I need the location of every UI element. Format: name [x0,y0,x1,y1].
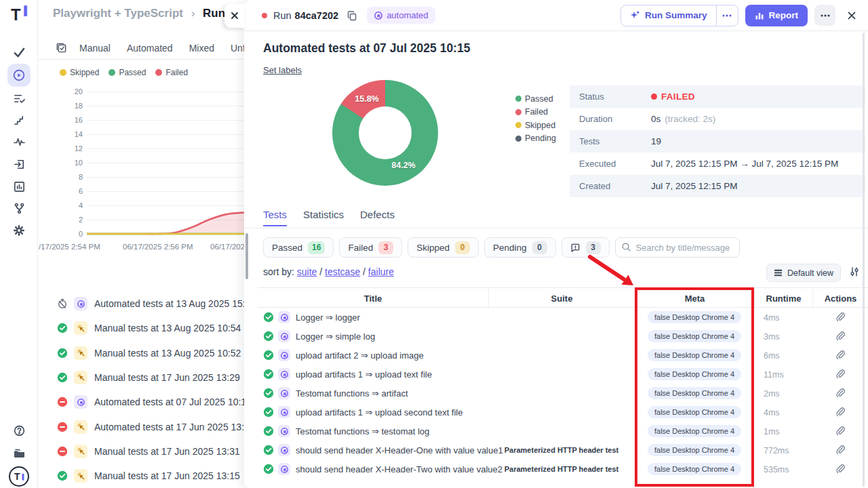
detail-scrollbar[interactable] [863,33,865,487]
test-actions [812,312,868,325]
passed-status-icon [263,464,274,474]
filter-chip-failed[interactable]: Failed3 [339,237,402,258]
sort-link-suite[interactable]: suite [297,266,317,277]
runs-tab-unfinished[interactable]: Unfinished [231,43,245,54]
run-list-item[interactable]: Manual tests at 13 Aug 2025 10:52from [38,344,245,363]
filter-chip-skipped[interactable]: Skipped0 [408,237,479,258]
runs-tab-manual[interactable]: Manual [79,43,111,54]
run-list-item[interactable]: Automated tests at 13 Aug 2025 15:53 [38,294,245,313]
test-row[interactable]: Logger ⇒ loggerfalse Desktop Chrome 44ms [258,308,868,327]
y-axis-tick: 6 [56,187,83,195]
run-list-item[interactable]: Manual tests at 17 Jun 2025 13:15from [38,466,245,485]
run-list-item[interactable]: Manual tests at 17 Jun 2025 13:31from [38,442,245,461]
test-plan-icon[interactable] [7,88,31,108]
run-summary-more-button[interactable] [716,5,738,26]
donut-legend-pending: Pending [515,132,556,146]
default-view-button[interactable]: Default view [766,264,841,282]
run-list-item[interactable]: Manual tests at 17 Jun 2025 13:29from [38,368,245,387]
test-row[interactable]: upload artifacts 1 ⇒ upload second text … [258,403,868,422]
analytics-icon[interactable] [7,176,31,197]
test-row[interactable]: Logger ⇒ simple logfalse Desktop Chrome … [258,327,868,346]
passed-dot [108,69,115,76]
set-labels-link[interactable]: Set labels [263,65,302,75]
filter-chip-pending[interactable]: Pending0 [484,237,556,258]
report-button[interactable]: Report [745,5,808,26]
attachment-icon[interactable] [835,426,846,436]
profile-avatar[interactable]: T▐ [7,466,31,487]
test-actions [812,388,868,401]
run-summary-split-button: Run Summary [620,5,738,26]
pulse-icon[interactable] [7,131,31,152]
attachment-icon[interactable] [835,312,846,322]
settings-icon[interactable] [7,220,31,241]
panel-close-button[interactable] [224,3,245,28]
tick-icon[interactable] [7,42,31,62]
column-header-meta[interactable]: Meta [635,288,754,308]
test-runtime: 1ms [764,427,780,436]
column-header-title[interactable]: Title [258,288,488,308]
runs-icon[interactable] [7,64,31,87]
run-item-title: Automated tests at 17 Jun 2025 13:30 [94,422,245,432]
column-header-actions[interactable]: Actions [812,288,868,308]
search-box [615,237,740,258]
copy-icon[interactable] [347,10,357,21]
more-actions-button[interactable] [814,5,835,26]
branches-icon[interactable] [7,198,31,218]
runs-list-panel: Playwright + TypeScript › Runs ManualAut… [38,0,245,488]
info-label: Created [570,181,651,191]
all-runs-icon[interactable] [56,42,67,54]
close-icon[interactable] [846,10,857,21]
y-axis-tick: 2 [56,216,83,224]
app-logo[interactable]: T▐ [0,5,38,24]
column-header-suite[interactable]: Suite [488,288,635,308]
attachment-icon[interactable] [835,369,846,379]
tests-table-header: TitleSuiteMetaRuntimeActions [258,287,868,308]
test-row[interactable]: Testomat functions ⇒ testomat logfalse D… [258,422,868,441]
runs-tab-automated[interactable]: Automated [127,43,173,54]
filter-chip-passed[interactable]: Passed16 [263,237,334,258]
info-label: Executed [570,159,651,169]
attachment-icon[interactable] [835,388,846,398]
automated-badge[interactable]: automated [367,7,435,24]
view-settings-icon[interactable] [849,266,860,277]
attachment-icon[interactable] [835,464,846,474]
test-row[interactable]: should send header X-Header-Two with val… [258,460,868,479]
test-row[interactable]: upload artifacts 1 ⇒ upload text filefal… [258,365,868,384]
attachment-icon[interactable] [835,445,846,455]
test-row[interactable]: upload artifact 2 ⇒ upload imagefalse De… [258,346,868,365]
automated-run-icon [278,349,290,361]
sort-link-testcase[interactable]: testcase [325,266,360,277]
sort-link-failure[interactable]: failure [368,266,394,277]
run-list-item[interactable]: Manual tests at 13 Aug 2025 10:542 [38,319,245,338]
runs-list-scrollbar[interactable] [245,233,248,279]
steps-icon[interactable] [7,110,31,130]
info-value: FAILED [651,92,695,102]
test-row[interactable]: should send header X-Header-One with val… [258,441,868,460]
test-row[interactable]: Testomat functions ⇒ artifactfalse Deskt… [258,384,868,403]
tab-tests[interactable]: Tests [263,209,287,226]
help-icon[interactable] [7,420,31,441]
search-input[interactable] [615,237,740,258]
automated-run-icon [278,463,290,475]
attachment-icon[interactable] [835,331,846,341]
test-meta: false Desktop Chrome 4 [635,310,754,323]
tab-statistics[interactable]: Statistics [303,209,344,225]
attachment-icon[interactable] [835,350,846,360]
attachment-icon[interactable] [835,407,846,417]
filter-chip-comment[interactable]: 3 [561,237,610,258]
tab-defects[interactable]: Defects [360,209,395,225]
passed-status-icon [263,445,274,455]
run-list-item[interactable]: Automated tests at 17 Jun 2025 13:30 [38,418,245,436]
automated-icon [374,11,383,20]
run-list-item[interactable]: Automated tests at 07 Jul 2025 10:15 [38,392,245,411]
runs-tab-mixed[interactable]: Mixed [189,43,214,54]
run-summary-button[interactable]: Run Summary [621,5,716,26]
breadcrumb-project[interactable]: Playwright + TypeScript [53,7,183,20]
run-title: Automated tests at 07 Jul 2025 10:15 [263,41,470,56]
import-icon[interactable] [7,154,31,174]
donut-legend-passed: Passed [515,92,556,106]
test-meta: false Desktop Chrome 4 [635,462,754,475]
passed-status-icon [263,369,274,380]
column-header-runtime[interactable]: Runtime [754,288,812,308]
projects-icon[interactable] [7,443,31,464]
